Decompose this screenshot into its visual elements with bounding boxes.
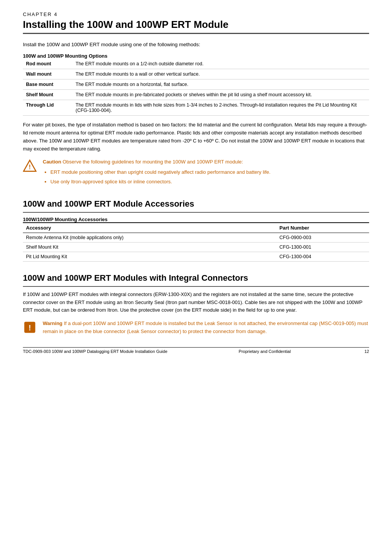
table-row: Pit Lid Mounting KitCFG-1300-004 bbox=[23, 252, 369, 261]
table-row: Wall mountThe ERT module mounts to a wal… bbox=[23, 69, 369, 79]
svg-text:!: ! bbox=[29, 324, 31, 332]
part-number: CFG-1300-004 bbox=[276, 252, 369, 261]
acc-col2-header: Part Number bbox=[276, 223, 369, 233]
body-paragraph: For water pit boxes, the type of install… bbox=[23, 121, 369, 153]
mount-type: Wall mount bbox=[23, 69, 73, 79]
mount-desc: The ERT module mounts to a wall or other… bbox=[73, 69, 369, 79]
mount-desc: The ERT module mounts on a 1/2-inch outs… bbox=[73, 59, 369, 69]
caution-bullets: ERT module positioning other than uprigh… bbox=[50, 168, 271, 186]
footer: TDC-0909-003 100W and 100WP Datalogging … bbox=[23, 349, 369, 354]
accessories-table: Accessory Part Number Remote Antenna Kit… bbox=[23, 222, 369, 262]
accessories-rule bbox=[23, 212, 369, 213]
warning-label: Warning bbox=[43, 320, 63, 326]
part-number: CFG-0900-003 bbox=[276, 233, 369, 242]
svg-text:!: ! bbox=[29, 163, 31, 170]
warning-text: If a dual-port 100W and 100WP ERT module… bbox=[43, 320, 368, 334]
table-row: Remote Antenna Kit (mobile applications … bbox=[23, 233, 369, 242]
warning-content: Warning If a dual-port 100W and 100WP ER… bbox=[43, 320, 369, 336]
page-title: Installing the 100W and 100WP ERT Module bbox=[23, 19, 369, 31]
caution-bullet: ERT module positioning other than uprigh… bbox=[50, 168, 271, 176]
acc-col1-header: Accessory bbox=[23, 223, 276, 233]
accessory-name: Remote Antenna Kit (mobile applications … bbox=[23, 233, 276, 242]
intro-text: Install the 100W and 100WP ERT module us… bbox=[23, 41, 369, 49]
accessory-name: Pit Lid Mounting Kit bbox=[23, 252, 276, 261]
mount-type: Shelf Mount bbox=[23, 90, 73, 100]
caution-icon: ! bbox=[23, 159, 37, 173]
footer-left: TDC-0909-003 100W and 100WP Datalogging … bbox=[23, 349, 176, 354]
footer-center: Proprietary and Confidential bbox=[176, 349, 354, 354]
footer-rule bbox=[23, 347, 369, 348]
mount-desc: The ERT module mounts in pre-fabricated … bbox=[73, 90, 369, 100]
table-row: Shelf MountThe ERT module mounts in pre-… bbox=[23, 90, 369, 100]
mount-type: Through Lid bbox=[23, 100, 73, 116]
chapter-label: CHAPTER 4 bbox=[23, 11, 369, 17]
mount-type: Rod mount bbox=[23, 59, 73, 69]
warning-icon: ! bbox=[23, 320, 37, 334]
accessories-section-title: 100W and 100WP ERT Module Accessories bbox=[23, 199, 369, 209]
table-row: Through LidThe ERT module mounts in lids… bbox=[23, 100, 369, 116]
mounting-options-table: Rod mountThe ERT module mounts on a 1/2-… bbox=[23, 59, 369, 116]
accessory-name: Shelf Mount Kit bbox=[23, 242, 276, 252]
caution-box: ! Caution Observe the following guidelin… bbox=[23, 158, 369, 187]
mount-desc: The ERT module mounts in lids with hole … bbox=[73, 100, 369, 116]
integral-section-title: 100W and 100WP ERT Modules with Integral… bbox=[23, 273, 369, 283]
caution-content: Caution Observe the following guidelines… bbox=[43, 158, 271, 187]
integral-body: If 100W and 100WP ERT modules with integ… bbox=[23, 291, 369, 314]
warning-box: ! Warning If a dual-port 100W and 100WP … bbox=[23, 320, 369, 336]
accessories-table-caption: 100W/100WP Mounting Accessories bbox=[23, 217, 369, 222]
caution-label: Caution bbox=[43, 159, 61, 165]
table-row: Rod mountThe ERT module mounts on a 1/2-… bbox=[23, 59, 369, 69]
integral-rule bbox=[23, 286, 369, 287]
table-row: Shelf Mount KitCFG-1300-001 bbox=[23, 242, 369, 252]
footer-right: 12 bbox=[354, 349, 369, 354]
caution-text: Observe the following guidelines for mou… bbox=[61, 159, 243, 165]
table-row: Base mountThe ERT module mounts on a hor… bbox=[23, 79, 369, 90]
mounting-table-caption: 100W and 100WP Mounting Options bbox=[23, 53, 369, 59]
mount-desc: The ERT module mounts on a horizontal, f… bbox=[73, 79, 369, 90]
mount-type: Base mount bbox=[23, 79, 73, 90]
caution-bullet: Use only Itron-approved splice kits or i… bbox=[50, 178, 271, 186]
part-number: CFG-1300-001 bbox=[276, 242, 369, 252]
title-rule bbox=[23, 33, 369, 34]
